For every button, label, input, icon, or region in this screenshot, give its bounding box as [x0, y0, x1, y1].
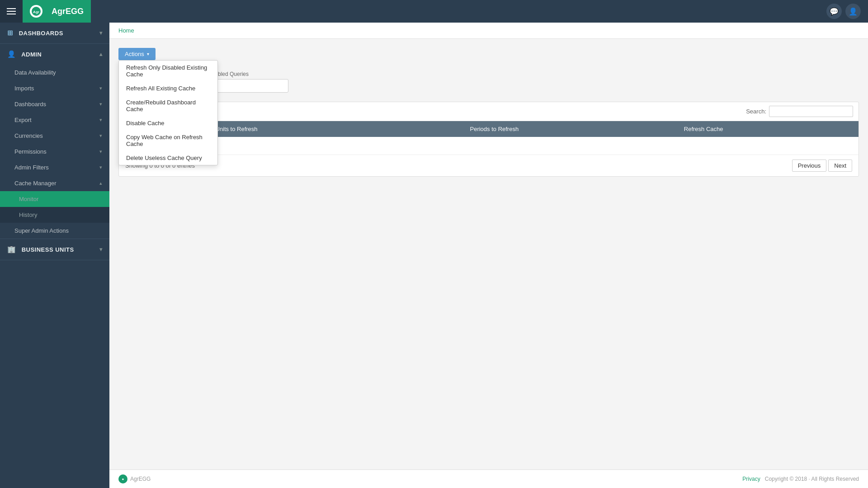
col-refresh-cache: Refresh Cache — [678, 121, 859, 137]
sidebar-super-admin-label: Super Admin Actions — [14, 227, 69, 234]
footer: ● AgrEGG Privacy Copyright © 2018 · All … — [109, 469, 868, 488]
topnav-right: 💬 👤 — [826, 4, 868, 19]
sidebar-item-dashboards[interactable]: Dashboards ▾ — [0, 96, 109, 112]
app-title: AgrEGG — [46, 7, 84, 16]
user-icon: 👤 — [849, 7, 858, 16]
sidebar-item-cache-manager[interactable]: Cache Manager ▴ — [0, 175, 109, 191]
dropdown-item-refresh-disabled[interactable]: Refresh Only Disabled Existing Cache — [119, 61, 217, 81]
no-data-message: No data available in table — [119, 137, 859, 155]
sidebar-export-label: Export — [14, 117, 32, 123]
hamburger-icon — [7, 8, 16, 14]
sidebar-currencies-label: Currencies — [14, 132, 43, 139]
sidebar-sub-cache: Monitor History — [0, 191, 109, 223]
chat-button[interactable]: 💬 — [826, 4, 842, 19]
sidebar-dashboards-label: DASHBOARDS — [19, 30, 63, 37]
sidebar-history-label: History — [19, 211, 37, 218]
stat-disabled-value[interactable] — [207, 79, 288, 93]
footer-logo: ● AgrEGG — [118, 474, 151, 483]
business-units-chevron: ▾ — [99, 246, 103, 253]
chat-icon: 💬 — [830, 7, 839, 16]
prev-button[interactable]: Previous — [792, 160, 827, 172]
sidebar-monitor-label: Monitor — [19, 196, 38, 202]
sidebar-section-business-units: 🏢 BUSINESS UNITS ▾ — [0, 239, 109, 260]
sidebar-item-history[interactable]: History — [0, 207, 109, 223]
col-business-units: Business Units to Refresh — [184, 121, 463, 137]
data-table: ID Business Units to Refresh Periods to … — [119, 121, 859, 155]
svg-text:Agr: Agr — [33, 10, 39, 14]
table-body: No data available in table — [119, 137, 859, 155]
actions-dropdown: Refresh Only Disabled Existing Cache Ref… — [118, 60, 218, 165]
sidebar-item-permissions[interactable]: Permissions ▾ — [0, 144, 109, 160]
dashboards-icon: ⊞ — [7, 29, 14, 37]
sidebar-cache-manager-label: Cache Manager — [14, 180, 57, 187]
content-area: Actions ▾ Refresh Only Disabled Existing… — [109, 39, 868, 469]
sidebar-section-admin: 👤 ADMIN ▴ Data Availability Imports ▾ Da… — [0, 44, 109, 239]
sidebar-business-units-label: BUSINESS UNITS — [22, 246, 74, 253]
actions-container: Actions ▾ Refresh Only Disabled Existing… — [118, 48, 156, 60]
stats-row: Refreshed Queries Disabled Queries — [118, 71, 859, 93]
user-button[interactable]: 👤 — [845, 4, 861, 19]
search-label: Search: — [746, 108, 766, 115]
dropdown-item-create-rebuild[interactable]: Create/Rebuild Dashboard Cache — [119, 95, 217, 116]
sidebar-item-admin-filters[interactable]: Admin Filters ▾ — [0, 160, 109, 175]
sidebar-item-currencies[interactable]: Currencies ▾ — [0, 128, 109, 144]
admin-icon: 👤 — [7, 50, 16, 58]
currencies-chevron: ▾ — [99, 133, 102, 139]
privacy-link[interactable]: Privacy — [742, 476, 760, 482]
logo-area: Agr AgrEGG — [23, 0, 91, 23]
sidebar-item-export[interactable]: Export ▾ — [0, 112, 109, 128]
table-search-row: Search: — [119, 102, 859, 121]
sidebar-data-availability-label: Data Availability — [14, 69, 56, 76]
dashboards-chevron: ▾ — [99, 30, 103, 36]
footer-right: Privacy Copyright © 2018 · All Rights Re… — [742, 476, 859, 482]
breadcrumb: Home — [109, 23, 868, 39]
pagination: Previous Next — [792, 160, 852, 172]
sidebar-item-imports[interactable]: Imports ▾ — [0, 80, 109, 96]
sidebar-item-super-admin-actions[interactable]: Super Admin Actions — [0, 223, 109, 239]
dropdown-item-copy-web-cache[interactable]: Copy Web Cache on Refresh Cache — [119, 130, 217, 151]
export-chevron: ▾ — [99, 117, 102, 123]
breadcrumb-home[interactable]: Home — [118, 27, 134, 34]
imports-chevron: ▾ — [99, 85, 102, 91]
sidebar: ⊞ DASHBOARDS ▾ 👤 ADMIN ▴ Data Availabili… — [0, 23, 109, 488]
actions-label: Actions — [125, 51, 144, 57]
actions-caret-icon: ▾ — [147, 52, 149, 56]
table-row-no-data: No data available in table — [119, 137, 859, 155]
sidebar-imports-label: Imports — [14, 85, 34, 92]
top-navbar: Agr AgrEGG 💬 👤 — [0, 0, 868, 23]
next-button[interactable]: Next — [828, 160, 852, 172]
logo-icon: Agr — [30, 5, 42, 18]
footer-copyright: Copyright © 2018 · All Rights Reserved — [765, 476, 859, 482]
business-units-icon: 🏢 — [7, 245, 16, 253]
sidebar-section-dashboards: ⊞ DASHBOARDS ▾ — [0, 23, 109, 44]
footer-logo-icon: ● — [118, 474, 127, 483]
stat-disabled-label: Disabled Queries — [207, 71, 288, 77]
permissions-chevron: ▾ — [99, 149, 102, 155]
sidebar-permissions-label: Permissions — [14, 148, 47, 155]
hamburger-button[interactable] — [0, 0, 23, 23]
sidebar-dashboards-sub-label: Dashboards — [14, 101, 46, 108]
actions-button[interactable]: Actions ▾ — [118, 48, 156, 60]
sidebar-header-dashboards[interactable]: ⊞ DASHBOARDS ▾ — [0, 23, 109, 43]
sidebar-header-admin[interactable]: 👤 ADMIN ▴ — [0, 44, 109, 65]
table-footer: Showing 0 to 0 of 0 entries Previous Nex… — [119, 155, 859, 176]
dropdown-item-delete-useless[interactable]: Delete Useless Cache Query — [119, 151, 217, 165]
admin-chevron: ▴ — [99, 51, 103, 57]
stat-disabled-queries: Disabled Queries — [207, 71, 288, 93]
dropdown-item-disable-cache[interactable]: Disable Cache — [119, 116, 217, 130]
sidebar-admin-label: ADMIN — [21, 51, 42, 58]
cache-manager-chevron: ▴ — [99, 180, 102, 186]
table-section: Search: ID Business Units to Refresh Per… — [118, 102, 859, 177]
search-input[interactable] — [769, 106, 853, 117]
dashboards-sub-chevron: ▾ — [99, 101, 102, 107]
main-layout: ⊞ DASHBOARDS ▾ 👤 ADMIN ▴ Data Availabili… — [0, 23, 868, 488]
sidebar-admin-filters-label: Admin Filters — [14, 164, 49, 171]
sidebar-header-business-units[interactable]: 🏢 BUSINESS UNITS ▾ — [0, 239, 109, 260]
sidebar-item-data-availability[interactable]: Data Availability — [0, 65, 109, 80]
dropdown-item-refresh-all[interactable]: Refresh All Existing Cache — [119, 81, 217, 95]
admin-filters-chevron: ▾ — [99, 164, 102, 170]
table-header: ID Business Units to Refresh Periods to … — [119, 121, 859, 137]
sidebar-item-monitor[interactable]: Monitor — [0, 191, 109, 207]
main-content-area: Home Actions ▾ Refresh Only Disabled Exi… — [109, 23, 868, 488]
footer-logo-text: AgrEGG — [130, 476, 151, 482]
